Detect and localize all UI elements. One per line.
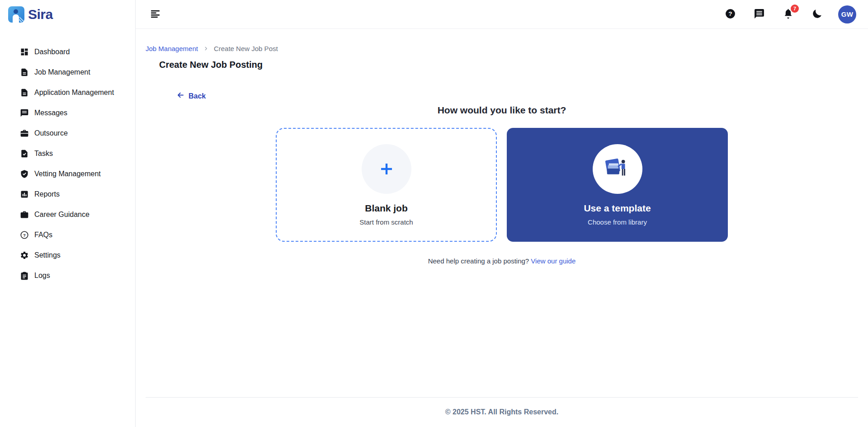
sidebar-item-label: Job Management <box>34 68 90 76</box>
main-content: Job Management Create New Job Post Creat… <box>136 29 868 427</box>
view-guide-link[interactable]: View our guide <box>531 257 576 265</box>
chat-button[interactable] <box>751 7 767 22</box>
sidebar-item-career-guidance[interactable]: Career Guidance <box>0 204 135 225</box>
sidebar-item-label: Application Management <box>34 89 114 97</box>
back-label: Back <box>189 92 206 100</box>
sidebar-item-job-management[interactable]: Job Management <box>0 62 135 82</box>
sidebar-item-label: Outsource <box>34 129 68 137</box>
svg-text:?: ? <box>728 10 732 17</box>
blank-job-card[interactable]: Blank jobStart from scratch <box>276 128 497 242</box>
task-check-icon <box>20 149 29 158</box>
document-icon <box>20 88 29 97</box>
chevron-right-icon <box>203 46 208 51</box>
dashboard-icon <box>20 47 29 56</box>
copyright-text: © 2025 HST. All Rights Reserved. <box>445 408 558 416</box>
brand-logo[interactable]: Sira <box>0 0 135 29</box>
help-text: Need help creating a job posting? <box>428 257 529 265</box>
question-circle-icon: ? <box>20 230 29 239</box>
card-subtitle: Choose from library <box>588 218 647 226</box>
topbar-actions: ?7GW <box>722 5 856 23</box>
footer: © 2025 HST. All Rights Reserved. <box>146 397 858 427</box>
avatar[interactable]: GW <box>838 5 856 23</box>
moon-icon <box>811 8 823 21</box>
arrow-left-icon <box>176 91 185 101</box>
document-icon <box>20 68 29 77</box>
card-title: Blank job <box>365 203 408 214</box>
app-root: Sira DashboardJob ManagementApplication … <box>0 0 868 427</box>
topbar: ?7GW <box>136 0 868 29</box>
svg-text:?: ? <box>23 232 26 237</box>
sidebar-item-label: Dashboard <box>34 48 70 56</box>
sidebar-item-application-management[interactable]: Application Management <box>0 82 135 103</box>
card-subtitle: Start from scratch <box>359 218 413 226</box>
help-line: Need help creating a job posting? View o… <box>146 257 858 265</box>
sira-logo-icon <box>8 6 24 23</box>
sidebar-item-label: Messages <box>34 109 67 117</box>
back-button[interactable]: Back <box>176 91 206 101</box>
template-illustration <box>593 144 642 194</box>
chat-icon <box>754 8 765 21</box>
sidebar-item-messages[interactable]: Messages <box>0 103 135 123</box>
plus-icon <box>362 144 411 194</box>
bell-button[interactable]: 7 <box>780 7 796 22</box>
sidebar-item-label: Settings <box>34 251 61 259</box>
bar-chart-icon <box>20 190 29 199</box>
sidebar-item-vetting-management[interactable]: Vetting Management <box>0 164 135 184</box>
breadcrumb-current: Create New Job Post <box>214 45 278 52</box>
sidebar-toggle-button[interactable] <box>147 7 163 22</box>
sidebar-item-reports[interactable]: Reports <box>0 184 135 204</box>
shield-check-icon <box>20 169 29 178</box>
notification-badge: 7 <box>791 5 799 13</box>
chat-lines-icon <box>20 108 29 117</box>
start-question-heading: How would you like to start? <box>146 105 858 116</box>
sidebar-item-label: Tasks <box>34 150 53 158</box>
sidebar-item-label: Reports <box>34 190 60 198</box>
menu-fold-icon <box>150 8 161 21</box>
sidebar-item-label: Logs <box>34 272 50 280</box>
clipboard-icon <box>20 271 29 280</box>
sidebar-nav: DashboardJob ManagementApplication Manag… <box>0 29 135 286</box>
page-title: Create New Job Posting <box>159 60 858 70</box>
sidebar-item-label: Vetting Management <box>34 170 101 178</box>
briefcase-solid-icon <box>20 210 29 219</box>
brand-name: Sira <box>28 7 53 22</box>
sidebar-item-outsource[interactable]: Outsource <box>0 123 135 143</box>
sidebar-item-dashboard[interactable]: Dashboard <box>0 42 135 62</box>
sidebar-item-label: FAQs <box>34 231 52 239</box>
start-options: Blank jobStart from scratchUse a templat… <box>276 128 728 242</box>
breadcrumb-link-job-management[interactable]: Job Management <box>146 45 198 52</box>
help-icon: ? <box>725 8 736 21</box>
sidebar-item-logs[interactable]: Logs <box>0 265 135 286</box>
sidebar-item-settings[interactable]: Settings <box>0 245 135 265</box>
card-title: Use a template <box>584 203 651 214</box>
use-template-card[interactable]: Use a templateChoose from library <box>507 128 728 242</box>
sidebar-item-label: Career Guidance <box>34 211 90 219</box>
help-button[interactable]: ? <box>722 7 738 22</box>
moon-button[interactable] <box>809 7 825 22</box>
sidebar-item-tasks[interactable]: Tasks <box>0 143 135 164</box>
breadcrumb: Job Management Create New Job Post <box>146 45 858 52</box>
briefcase-icon <box>20 129 29 138</box>
sidebar: Sira DashboardJob ManagementApplication … <box>0 0 136 427</box>
sidebar-item-faqs[interactable]: ?FAQs <box>0 225 135 245</box>
gear-icon <box>20 251 29 260</box>
